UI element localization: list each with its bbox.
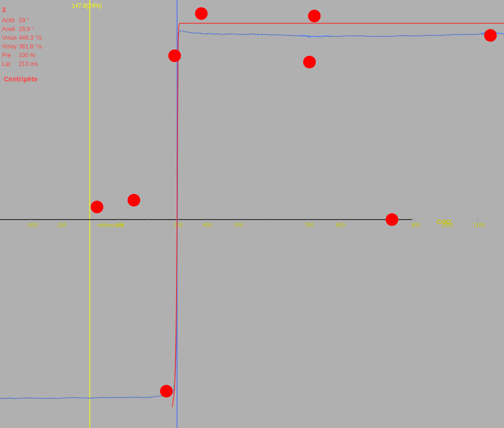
stat-row-vmax: Vmax 446.3 °/s [2, 33, 44, 42]
svg-text:100: 100 [115, 222, 124, 228]
svg-text:-200: -200 [27, 222, 37, 228]
stat-label-acibl: Acibl [2, 16, 19, 25]
red-dot-7 [386, 213, 398, 226]
red-dot-2 [308, 10, 321, 22]
svg-rect-0 [0, 0, 504, 428]
chart-index: 3 [2, 5, 44, 15]
svg-text:500: 500 [234, 222, 243, 228]
stat-label-aoeil: Aoeil [2, 25, 19, 33]
info-panel: 3 Acibl 29 ° Aoeil 28.9 ° Vmax 446.3 °/s… [2, 5, 44, 68]
stat-value-pre: 100 % [19, 51, 44, 60]
red-dot-3 [168, 49, 181, 62]
stat-label-vmoy: Vmoy [2, 42, 19, 51]
stat-label-vmax: Vmax [2, 33, 19, 42]
red-dot-9 [484, 29, 497, 42]
stat-value-aoeil: 28.9 ° [19, 25, 44, 33]
stats-table: Acibl 29 ° Aoeil 28.9 ° Vmax 446.3 °/s V… [2, 16, 44, 68]
svg-text:800: 800 [336, 222, 345, 228]
stat-row-aoeil: Aoeil 28.9 ° [2, 25, 44, 33]
svg-text:1100: 1100 [473, 222, 485, 228]
stat-label-pre: Pre [2, 51, 19, 60]
svg-text:-150: -150 [56, 222, 66, 228]
stat-value-acibl: 29 ° [19, 16, 44, 25]
yellow-percentage-label: 147.9(24%) [72, 2, 102, 9]
red-dot-6 [128, 194, 140, 206]
red-dot-5 [91, 201, 103, 213]
stat-row-acibl: Acibl 29 ° [2, 16, 44, 25]
svg-text:900: 900 [411, 222, 420, 228]
red-dot-4 [303, 56, 316, 68]
svg-text:700: 700 [305, 222, 313, 228]
stat-value-vmax: 446.3 °/s [19, 33, 44, 42]
svg-text:COO: COO [437, 218, 451, 225]
chart-area: -200 -150 millisecond 100 300 400 500 70… [0, 0, 504, 428]
chart-svg: -200 -150 millisecond 100 300 400 500 70… [0, 0, 504, 428]
stat-row-vmoy: Vmoy 361.8 °/s [2, 42, 44, 51]
stat-row-lat: Lat 213 ms [2, 60, 44, 68]
svg-text:400: 400 [203, 222, 211, 228]
stat-label-lat: Lat [2, 60, 19, 68]
stat-value-lat: 213 ms [19, 60, 44, 68]
svg-text:300: 300 [174, 222, 182, 228]
stat-value-vmoy: 361.8 °/s [19, 42, 44, 51]
red-dot-8 [160, 385, 173, 397]
centripete-label: Centripète [4, 75, 37, 83]
stat-row-pre: Pre 100 % [2, 51, 44, 60]
red-dot-1 [195, 7, 208, 20]
